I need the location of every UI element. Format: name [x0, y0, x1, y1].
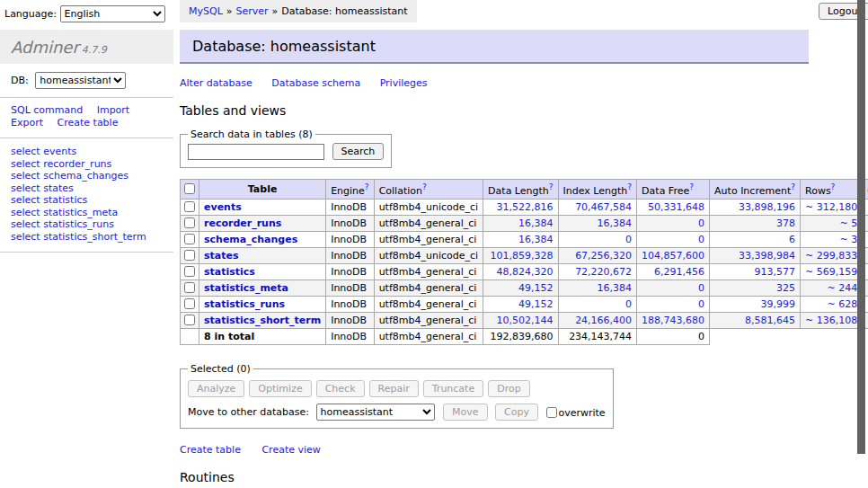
sidebar-create-table-link[interactable]: Create table: [58, 117, 119, 129]
row-checkbox[interactable]: [184, 250, 195, 261]
sidebar-select-link[interactable]: select: [11, 146, 40, 157]
data-length-link[interactable]: 101,859,328: [491, 250, 554, 262]
create-table-link[interactable]: Create table: [180, 444, 241, 456]
index-length-link[interactable]: 16,384: [598, 282, 633, 294]
breadcrumb-link-mysql[interactable]: MySQL: [189, 5, 223, 17]
sidebar-select-link[interactable]: select: [11, 231, 40, 243]
data-length-link[interactable]: 16,384: [518, 217, 554, 229]
sidebar-table-link-statistics[interactable]: statistics: [43, 194, 87, 206]
data-free-link[interactable]: 50,331,648: [648, 201, 704, 213]
table-link-events[interactable]: events: [204, 201, 242, 213]
repair-button[interactable]: Repair: [369, 380, 419, 397]
search-input[interactable]: [188, 144, 324, 160]
truncate-button[interactable]: Truncate: [423, 380, 483, 397]
sidebar-table-link-statistics-short-term[interactable]: statistics_short_term: [43, 231, 146, 243]
data-free-link[interactable]: 188,743,680: [642, 315, 704, 326]
data-length-link[interactable]: 48,824,320: [497, 266, 554, 278]
sidebar-select-link[interactable]: select: [11, 194, 40, 206]
column-help-link[interactable]: ?: [831, 182, 836, 191]
data-length-link[interactable]: 10,502,144: [497, 315, 554, 326]
row-checkbox[interactable]: [184, 298, 195, 309]
index-length-link[interactable]: 70,467,584: [575, 201, 632, 213]
auto-increment-link[interactable]: 913,577: [755, 266, 796, 278]
data-free-link[interactable]: 6,291,456: [654, 266, 704, 278]
sidebar-table-link-statistics-runs[interactable]: statistics_runs: [43, 218, 114, 230]
analyze-button[interactable]: Analyze: [188, 380, 244, 397]
auto-increment-link[interactable]: 378: [776, 217, 795, 229]
sidebar-table-link-events[interactable]: events: [43, 146, 76, 157]
check-button[interactable]: Check: [316, 380, 365, 397]
column-help-link[interactable]: ?: [422, 182, 427, 191]
auto-increment-link[interactable]: 8,581,645: [745, 315, 795, 326]
overwrite-checkbox[interactable]: [546, 407, 557, 418]
data-length-link[interactable]: 31,522,816: [497, 201, 554, 213]
version-label[interactable]: 4.7.9: [82, 44, 107, 56]
column-help-link[interactable]: ?: [365, 182, 369, 191]
data-free-link[interactable]: 0: [698, 298, 704, 310]
row-checkbox[interactable]: [184, 217, 195, 228]
auto-increment-link[interactable]: 33,898,196: [739, 201, 795, 213]
column-help-link[interactable]: ?: [627, 182, 632, 191]
column-help-link[interactable]: ?: [549, 182, 554, 191]
sidebar-sql-command-link[interactable]: SQL command: [11, 104, 83, 116]
alter-database-link[interactable]: Alter database: [180, 77, 252, 89]
search-button[interactable]: Search: [332, 143, 385, 160]
copy-button[interactable]: Copy: [495, 404, 538, 421]
data-length-link[interactable]: 49,152: [518, 282, 554, 294]
table-link-statistics-runs[interactable]: statistics_runs: [204, 298, 285, 310]
table-link-states[interactable]: states: [204, 250, 239, 262]
table-link-schema-changes[interactable]: schema_changes: [204, 234, 297, 245]
table-link-statistics-short-term[interactable]: statistics_short_term: [204, 315, 321, 326]
row-checkbox[interactable]: [184, 234, 195, 244]
scrollbar-thumb[interactable]: [857, 0, 865, 454]
rows-link[interactable]: ~ 312,180: [805, 201, 857, 213]
table-link-recorder-runs[interactable]: recorder_runs: [204, 217, 281, 229]
index-length-link[interactable]: 24,166,400: [575, 315, 632, 326]
rows-link[interactable]: ~ 5: [839, 217, 857, 229]
move-button[interactable]: Move: [443, 404, 488, 421]
sidebar-table-link-recorder-runs[interactable]: recorder_runs: [43, 158, 111, 170]
data-free-link[interactable]: 0: [698, 217, 704, 229]
adminer-logo-text[interactable]: Adminer: [11, 38, 79, 57]
rows-link[interactable]: ~ 299,833: [805, 250, 857, 262]
rows-link[interactable]: ~ 3: [839, 234, 857, 245]
sidebar-select-link[interactable]: select: [11, 170, 40, 182]
database-schema-link[interactable]: Database schema: [271, 77, 360, 89]
sidebar-select-link[interactable]: select: [11, 218, 40, 230]
rows-link[interactable]: ~ 136,108: [805, 315, 857, 326]
index-length-link[interactable]: 0: [625, 298, 632, 310]
index-length-link[interactable]: 67,256,320: [575, 250, 632, 262]
row-checkbox[interactable]: [184, 266, 195, 277]
optimize-button[interactable]: Optimize: [249, 380, 311, 397]
row-checkbox[interactable]: [184, 201, 195, 212]
data-free-link[interactable]: 0: [698, 282, 704, 294]
auto-increment-link[interactable]: 33,398,984: [739, 250, 795, 262]
drop-button[interactable]: Drop: [488, 380, 529, 397]
sidebar-export-link[interactable]: Export: [11, 117, 43, 129]
auto-increment-link[interactable]: 39,999: [761, 298, 796, 310]
rows-link[interactable]: ~ 569,159: [805, 266, 857, 278]
create-view-link[interactable]: Create view: [261, 444, 320, 456]
rows-link[interactable]: ~ 244: [827, 282, 857, 294]
auto-increment-link[interactable]: 6: [789, 234, 795, 245]
data-free-link[interactable]: 0: [698, 234, 704, 245]
index-length-link[interactable]: 16,384: [598, 217, 633, 229]
sidebar-select-link[interactable]: select: [11, 158, 40, 170]
select-all-checkbox[interactable]: [184, 183, 195, 194]
table-link-statistics-meta[interactable]: statistics_meta: [204, 282, 288, 294]
index-length-link[interactable]: 0: [625, 234, 632, 245]
sidebar-import-link[interactable]: Import: [97, 104, 130, 116]
sidebar-select-link[interactable]: select: [11, 207, 40, 218]
index-length-link[interactable]: 72,220,672: [575, 266, 632, 278]
sidebar-table-link-statistics-meta[interactable]: statistics_meta: [43, 207, 118, 218]
data-free-link[interactable]: 104,857,600: [642, 250, 704, 262]
privileges-link[interactable]: Privileges: [380, 77, 428, 89]
db-select[interactable]: homeassistant: [35, 72, 126, 89]
table-link-statistics[interactable]: statistics: [204, 266, 255, 278]
data-length-link[interactable]: 49,152: [518, 298, 554, 310]
move-db-select[interactable]: homeassistant: [316, 404, 435, 421]
row-checkbox[interactable]: [184, 282, 195, 293]
column-help-link[interactable]: ?: [791, 182, 795, 191]
sidebar-table-link-schema-changes[interactable]: schema_changes: [43, 170, 128, 182]
breadcrumb-link-server[interactable]: Server: [236, 5, 269, 17]
